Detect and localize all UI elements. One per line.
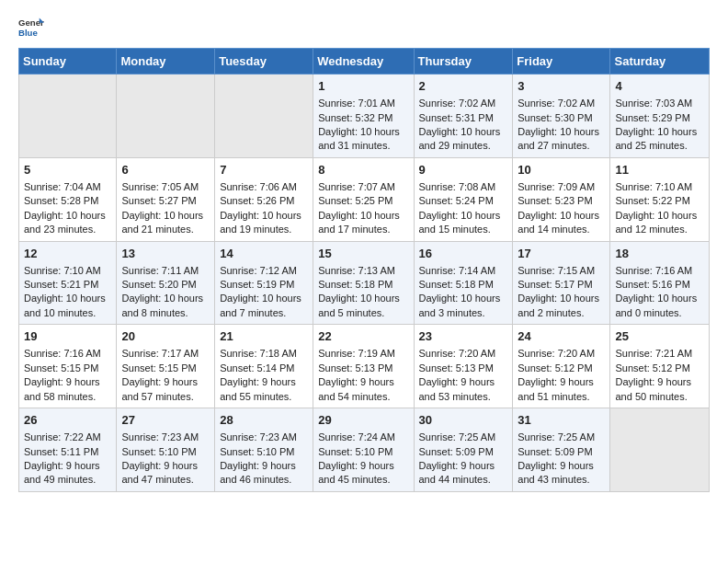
sunrise-text: Sunrise: 7:20 AM — [419, 348, 496, 359]
day-number: 15 — [318, 246, 408, 262]
day-cell: 14Sunrise: 7:12 AMSunset: 5:19 PMDayligh… — [215, 241, 313, 325]
day-cell: 16Sunrise: 7:14 AMSunset: 5:18 PMDayligh… — [414, 241, 513, 325]
sunrise-text: Sunrise: 7:16 AM — [615, 265, 692, 276]
day-cell: 23Sunrise: 7:20 AMSunset: 5:13 PMDayligh… — [414, 325, 513, 408]
day-cell — [19, 75, 117, 158]
day-cell: 6Sunrise: 7:05 AMSunset: 5:27 PMDaylight… — [117, 157, 215, 241]
sunset-text: Sunset: 5:10 PM — [121, 446, 196, 457]
daylight-text: Daylight: 9 hours and 46 minutes. — [220, 460, 296, 485]
sunset-text: Sunset: 5:29 PM — [615, 112, 689, 123]
sunrise-text: Sunrise: 7:05 AM — [121, 181, 199, 192]
day-cell: 2Sunrise: 7:02 AMSunset: 5:31 PMDaylight… — [414, 75, 513, 158]
sunset-text: Sunset: 5:31 PM — [419, 112, 494, 123]
sunrise-text: Sunrise: 7:23 AM — [220, 431, 297, 442]
daylight-text: Daylight: 9 hours and 45 minutes. — [318, 460, 394, 485]
daylight-text: Daylight: 9 hours and 57 minutes. — [121, 376, 198, 401]
header: General Blue — [18, 15, 710, 40]
day-cell: 30Sunrise: 7:25 AMSunset: 5:09 PMDayligh… — [414, 408, 513, 492]
sunrise-text: Sunrise: 7:16 AM — [24, 348, 101, 359]
week-row-4: 19Sunrise: 7:16 AMSunset: 5:15 PMDayligh… — [19, 325, 710, 408]
daylight-text: Daylight: 9 hours and 51 minutes. — [518, 376, 594, 401]
daylight-text: Daylight: 10 hours and 21 minutes. — [121, 210, 203, 235]
sunset-text: Sunset: 5:13 PM — [419, 362, 494, 373]
day-number: 19 — [24, 328, 111, 345]
sunrise-text: Sunrise: 7:22 AM — [24, 431, 101, 442]
daylight-text: Daylight: 10 hours and 0 minutes. — [615, 293, 697, 317]
day-cell: 21Sunrise: 7:18 AMSunset: 5:14 PMDayligh… — [215, 325, 313, 408]
day-cell: 9Sunrise: 7:08 AMSunset: 5:24 PMDaylight… — [414, 157, 513, 241]
day-header-thursday: Thursday — [414, 49, 513, 75]
daylight-text: Daylight: 9 hours and 47 minutes. — [121, 460, 198, 485]
sunrise-text: Sunrise: 7:03 AM — [615, 98, 692, 109]
daylight-text: Daylight: 10 hours and 3 minutes. — [419, 293, 501, 317]
sunset-text: Sunset: 5:14 PM — [220, 362, 294, 373]
day-cell: 29Sunrise: 7:24 AMSunset: 5:10 PMDayligh… — [313, 408, 414, 492]
sunset-text: Sunset: 5:16 PM — [615, 279, 689, 290]
daylight-text: Daylight: 9 hours and 58 minutes. — [24, 376, 100, 401]
day-cell: 13Sunrise: 7:11 AMSunset: 5:20 PMDayligh… — [117, 241, 215, 325]
sunrise-text: Sunrise: 7:12 AM — [220, 265, 297, 276]
day-header-friday: Friday — [513, 49, 610, 75]
sunset-text: Sunset: 5:21 PM — [24, 279, 98, 290]
sunset-text: Sunset: 5:20 PM — [121, 279, 196, 290]
daylight-text: Daylight: 10 hours and 19 minutes. — [220, 210, 301, 235]
sunset-text: Sunset: 5:09 PM — [518, 446, 592, 457]
sunset-text: Sunset: 5:22 PM — [615, 195, 689, 206]
day-cell: 1Sunrise: 7:01 AMSunset: 5:32 PMDaylight… — [313, 75, 414, 158]
day-cell: 24Sunrise: 7:20 AMSunset: 5:12 PMDayligh… — [513, 325, 610, 408]
day-cell — [610, 408, 710, 492]
daylight-text: Daylight: 10 hours and 29 minutes. — [419, 126, 501, 151]
day-cell: 28Sunrise: 7:23 AMSunset: 5:10 PMDayligh… — [215, 408, 313, 492]
day-cell: 15Sunrise: 7:13 AMSunset: 5:18 PMDayligh… — [313, 241, 414, 325]
calendar-header-row: SundayMondayTuesdayWednesdayThursdayFrid… — [19, 49, 710, 75]
week-row-5: 26Sunrise: 7:22 AMSunset: 5:11 PMDayligh… — [19, 408, 710, 492]
sunrise-text: Sunrise: 7:20 AM — [518, 348, 595, 359]
sunset-text: Sunset: 5:12 PM — [615, 362, 689, 373]
sunset-text: Sunset: 5:15 PM — [24, 362, 98, 373]
sunset-text: Sunset: 5:19 PM — [220, 279, 294, 290]
sunrise-text: Sunrise: 7:24 AM — [318, 431, 395, 442]
sunrise-text: Sunrise: 7:11 AM — [121, 265, 199, 276]
svg-text:Blue: Blue — [18, 28, 38, 38]
sunset-text: Sunset: 5:25 PM — [318, 195, 392, 206]
sunrise-text: Sunrise: 7:09 AM — [518, 181, 595, 192]
sunset-text: Sunset: 5:10 PM — [220, 446, 294, 457]
day-cell: 19Sunrise: 7:16 AMSunset: 5:15 PMDayligh… — [19, 325, 117, 408]
day-number: 28 — [220, 412, 308, 429]
page: General Blue SundayMondayTuesdayWednesda… — [0, 0, 728, 507]
daylight-text: Daylight: 10 hours and 17 minutes. — [318, 210, 400, 235]
day-header-wednesday: Wednesday — [313, 49, 414, 75]
sunrise-text: Sunrise: 7:13 AM — [318, 265, 395, 276]
day-number: 25 — [615, 328, 704, 345]
daylight-text: Daylight: 9 hours and 53 minutes. — [419, 376, 495, 401]
day-number: 16 — [419, 246, 508, 262]
daylight-text: Daylight: 9 hours and 43 minutes. — [518, 460, 594, 485]
daylight-text: Daylight: 10 hours and 15 minutes. — [419, 210, 501, 235]
day-cell: 11Sunrise: 7:10 AMSunset: 5:22 PMDayligh… — [610, 157, 710, 241]
sunrise-text: Sunrise: 7:23 AM — [121, 431, 199, 442]
day-number: 12 — [24, 246, 111, 262]
day-number: 10 — [518, 162, 605, 178]
day-cell: 7Sunrise: 7:06 AMSunset: 5:26 PMDaylight… — [215, 157, 313, 241]
sunset-text: Sunset: 5:28 PM — [24, 195, 98, 206]
day-number: 23 — [419, 328, 508, 345]
day-number: 20 — [121, 328, 210, 345]
day-header-tuesday: Tuesday — [215, 49, 313, 75]
sunset-text: Sunset: 5:18 PM — [419, 279, 494, 290]
sunrise-text: Sunrise: 7:08 AM — [419, 181, 496, 192]
sunset-text: Sunset: 5:27 PM — [121, 195, 196, 206]
day-cell: 20Sunrise: 7:17 AMSunset: 5:15 PMDayligh… — [117, 325, 215, 408]
day-header-sunday: Sunday — [19, 49, 117, 75]
day-cell: 26Sunrise: 7:22 AMSunset: 5:11 PMDayligh… — [19, 408, 117, 492]
sunrise-text: Sunrise: 7:02 AM — [518, 98, 595, 109]
logo-icon: General Blue — [18, 15, 44, 40]
day-number: 14 — [220, 246, 308, 262]
sunset-text: Sunset: 5:18 PM — [318, 279, 392, 290]
week-row-3: 12Sunrise: 7:10 AMSunset: 5:21 PMDayligh… — [19, 241, 710, 325]
sunrise-text: Sunrise: 7:06 AM — [220, 181, 297, 192]
sunset-text: Sunset: 5:13 PM — [318, 362, 392, 373]
sunrise-text: Sunrise: 7:10 AM — [24, 265, 101, 276]
day-cell: 3Sunrise: 7:02 AMSunset: 5:30 PMDaylight… — [513, 75, 610, 158]
day-cell: 31Sunrise: 7:25 AMSunset: 5:09 PMDayligh… — [513, 408, 610, 492]
sunset-text: Sunset: 5:30 PM — [518, 112, 592, 123]
